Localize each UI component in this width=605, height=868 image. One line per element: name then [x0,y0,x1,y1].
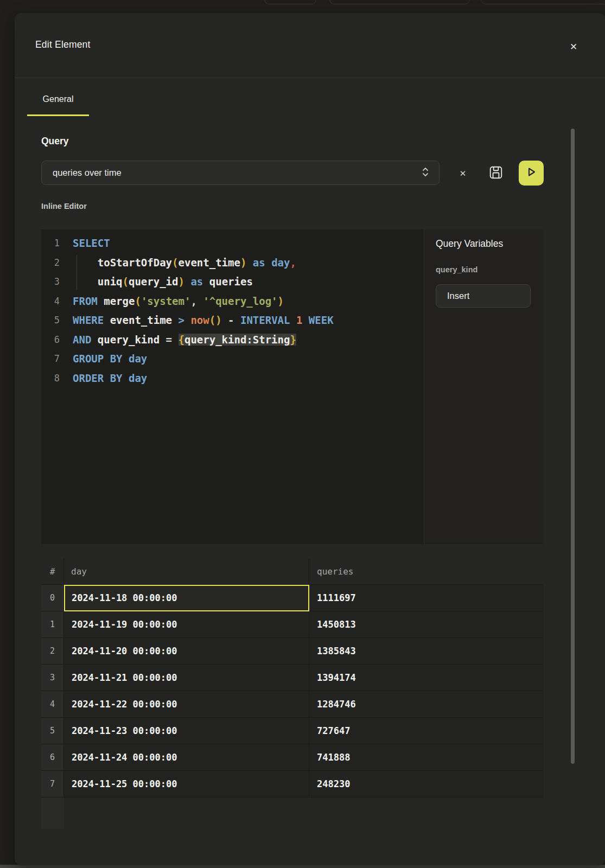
insert-variable-button[interactable]: Insert [436,284,531,308]
clear-query-button[interactable]: ✕ [456,167,470,181]
background-control [264,0,316,4]
day-cell[interactable]: 2024-11-21 00:00:00 [64,665,309,691]
code-line[interactable]: 6AND query_kind = {query_kind:String} [41,330,424,350]
column-header-day: day [64,559,309,584]
line-number: 1 [41,234,60,253]
close-icon: ✕ [460,169,467,178]
floppy-save-icon [489,165,503,182]
query-select[interactable]: queries over time [41,161,440,185]
table-row: 32024-11-21 00:00:001394174 [41,665,543,691]
code-line[interactable]: 4FROM merge('system', '^query_log') [41,292,424,311]
indent-guide [77,255,77,290]
code-text: SELECT [60,234,110,253]
code-text: uniq(query_id) as queries [60,272,253,292]
line-number: 4 [41,292,60,311]
column-header-index: # [41,559,64,584]
background-control [329,0,470,4]
queries-cell[interactable]: 727647 [309,718,543,744]
row-index-cell: 2 [41,638,64,665]
day-cell[interactable]: 2024-11-24 00:00:00 [64,744,309,771]
queries-cell[interactable]: 1450813 [309,611,543,638]
tab-general[interactable]: General [27,94,89,116]
results-table: # day queries 02024-11-18 00:00:00111169… [41,559,543,829]
chevron-updown-icon [422,167,429,180]
queries-cell[interactable]: 1111697 [309,585,543,611]
modal-title: Edit Element [35,39,91,50]
code-text: AND query_kind = {query_kind:String} [60,330,296,350]
table-row: 72024-11-25 00:00:00248230 [41,771,543,797]
code-text: toStartOfDay(event_time) as day, [60,253,296,273]
code-lines: 1SELECT2 toStartOfDay(event_time) as day… [41,234,424,388]
table-row: 12024-11-19 00:00:001450813 [41,611,543,638]
modal-scrollbar[interactable] [571,129,575,764]
code-line[interactable]: 7GROUP BY day [41,349,424,369]
row-index-cell: 0 [41,585,64,611]
line-number: 8 [41,369,60,388]
sql-editor-block: 1SELECT2 toStartOfDay(event_time) as day… [41,229,543,544]
code-text: FROM merge('system', '^query_log') [60,292,284,311]
query-variables-title: Query Variables [436,238,503,250]
queries-cell[interactable]: 741888 [309,744,543,771]
queries-cell[interactable]: 1394174 [309,665,543,691]
code-line[interactable]: 2 toStartOfDay(event_time) as day, [41,253,424,273]
sql-editor[interactable]: 1SELECT2 toStartOfDay(event_time) as day… [41,229,424,544]
table-row: 22024-11-20 00:00:001385843 [41,638,543,665]
row-index-cell: 5 [41,718,64,744]
query-variables-panel: Query Variables query_kind Insert [424,229,543,544]
table-row: 02024-11-18 00:00:001111697 [41,585,543,611]
code-line[interactable]: 3 uniq(query_id) as queries [41,272,424,292]
table-row: 62024-11-24 00:00:00741888 [41,744,543,771]
background-control [481,0,605,4]
row-index-cell: 3 [41,665,64,691]
edit-element-modal: Edit Element ✕ General Query queries ove… [15,13,605,865]
line-number: 3 [41,272,60,292]
code-line[interactable]: 5WHERE event_time > now() - INTERVAL 1 W… [41,311,424,330]
close-icon: ✕ [570,41,577,53]
code-text: WHERE event_time > now() - INTERVAL 1 WE… [60,311,334,330]
results-body: 02024-11-18 00:00:00111169712024-11-19 0… [41,585,543,797]
query-section-heading: Query [41,136,69,147]
day-cell[interactable]: 2024-11-22 00:00:00 [64,691,309,718]
code-text: GROUP BY day [60,349,147,369]
query-select-value: queries over time [53,168,422,178]
page-background: Edit Element ✕ General Query queries ove… [0,0,605,868]
queries-cell[interactable]: 1385843 [309,638,543,665]
line-number: 2 [41,253,60,273]
code-text: ORDER BY day [60,369,147,388]
table-footer-fill [64,797,543,829]
variable-name-label: query_kind [436,265,477,274]
save-query-button[interactable] [488,165,504,182]
column-header-queries: queries [309,559,543,584]
day-cell[interactable]: 2024-11-23 00:00:00 [64,718,309,744]
queries-cell[interactable]: 1284746 [309,691,543,718]
run-query-button[interactable] [519,161,544,186]
row-index-cell: 6 [41,744,64,771]
close-button[interactable]: ✕ [565,38,582,55]
table-row: 42024-11-22 00:00:001284746 [41,691,543,718]
row-index-cell: 1 [41,611,64,638]
line-number: 6 [41,330,60,350]
table-footer [41,797,543,829]
table-footer-index-strip [41,797,64,829]
code-line[interactable]: 1SELECT [41,234,424,253]
queries-cell[interactable]: 248230 [309,771,543,797]
day-cell[interactable]: 2024-11-20 00:00:00 [64,638,309,665]
play-icon [525,165,538,181]
line-number: 7 [41,349,60,369]
day-cell[interactable]: 2024-11-19 00:00:00 [64,611,309,638]
header-divider [15,78,605,78]
line-number: 5 [41,311,60,330]
day-cell[interactable]: 2024-11-18 00:00:00 [64,585,309,611]
day-cell[interactable]: 2024-11-25 00:00:00 [64,771,309,797]
table-header-row: # day queries [41,559,543,585]
row-index-cell: 4 [41,691,64,718]
row-index-cell: 7 [41,771,64,797]
table-row: 52024-11-23 00:00:00727647 [41,718,543,744]
code-line[interactable]: 8ORDER BY day [41,369,424,388]
inline-editor-label: Inline Editor [41,202,87,210]
